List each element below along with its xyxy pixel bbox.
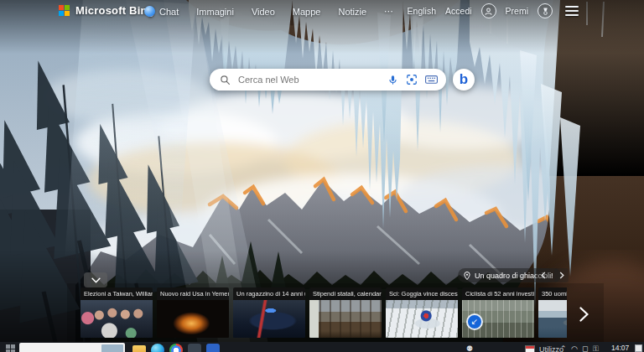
news-carousel: Elezioni a Taiwan, William L... Nuovo ra… [80, 287, 567, 339]
news-card[interactable]: Elezioni a Taiwan, William L... [80, 287, 153, 339]
start-button[interactable] [6, 344, 15, 352]
news-card-title: Ciclista di 52 anni investito ... [462, 287, 534, 300]
road-sign-arrow-icon: ↙ [466, 313, 483, 330]
nav-item-video[interactable]: Video [252, 7, 275, 17]
chevron-left-icon [541, 272, 546, 279]
visual-search-icon[interactable] [406, 74, 418, 85]
nav-item-label: Immagini [196, 7, 234, 17]
more-ellipsis-icon: ⋯ [384, 6, 393, 17]
search-box[interactable] [210, 69, 446, 91]
person-icon [484, 7, 493, 16]
notification-center-icon[interactable] [635, 344, 642, 352]
taskbar-clock[interactable]: 14:07 [611, 344, 629, 352]
news-card-title: Stipendi statali, calendario ... [309, 287, 382, 300]
nav-item-chat[interactable]: Chat [144, 6, 179, 17]
bing-b-button[interactable]: b [453, 69, 475, 91]
previous-image-button[interactable] [536, 268, 550, 282]
taskbar-search-box[interactable]: ⌕ Cerca [19, 343, 125, 352]
microphone-icon[interactable] [387, 75, 398, 85]
hamburger-menu-icon[interactable] [565, 6, 579, 16]
bing-b-icon: b [460, 72, 468, 86]
news-thumbnail [80, 300, 153, 338]
tray-widget[interactable]: Utilizzo [525, 342, 564, 352]
news-thumbnail [233, 300, 305, 338]
news-thumbnail [309, 300, 382, 338]
bing-homepage: Microsoft Bing Chat Immagini Video Mappe… [0, 0, 644, 352]
news-card-title: Sci: Goggia vince discesa A... [386, 287, 458, 300]
header-right-controls: English Accedi Premi [408, 3, 579, 18]
chevron-right-icon [579, 307, 589, 322]
flag-icon [525, 345, 535, 352]
next-image-button[interactable] [554, 268, 569, 282]
news-card-title: Nuovo raid Usa in Yemen, ... [157, 287, 229, 300]
file-explorer-icon[interactable] [132, 345, 146, 352]
news-card[interactable]: Ciclista di 52 anni investito ... ↙ [462, 287, 534, 339]
daily-image-thumbnail[interactable] [101, 344, 123, 352]
edge-browser-icon[interactable] [151, 344, 164, 352]
chevron-down-icon [91, 277, 101, 283]
location-pin-icon [464, 272, 470, 280]
pinned-app-icon[interactable] [206, 344, 220, 352]
nav-item-label: Mappe [293, 7, 321, 17]
medal-icon [541, 7, 550, 16]
news-card[interactable]: Sci: Goggia vince discesa A... [386, 287, 458, 339]
news-card[interactable]: 350 uomin [538, 287, 567, 339]
news-thumbnail [386, 300, 458, 338]
rewards-link[interactable]: Premi [506, 6, 528, 16]
news-card-title: Un ragazzino di 14 anni uc... [233, 287, 305, 300]
collapse-news-button[interactable] [84, 272, 107, 287]
nav-item-label: Notizie [338, 7, 366, 17]
primary-nav: Chat Immagini Video Mappe Notizie ⋯ [144, 6, 393, 17]
language-switch[interactable]: English [408, 6, 436, 16]
news-card-title: Elezioni a Taiwan, William L... [80, 287, 153, 300]
carousel-next-button[interactable] [579, 307, 589, 322]
windows-taskbar: ⌕ Cerca ⚉ Utilizzo ⌃ ◠ ◻ ⚿ 14:07 [0, 342, 644, 352]
search-input[interactable] [236, 74, 387, 85]
nav-item-label: Video [252, 7, 275, 17]
network-icon[interactable]: ◠ [571, 342, 578, 352]
tray-show-hidden-icons[interactable]: ⌃ [560, 342, 567, 352]
pinned-app-icon[interactable] [188, 344, 201, 352]
tray-extra-icon[interactable]: ⚿ [593, 342, 599, 352]
nav-item-notizie[interactable]: Notizie [338, 7, 366, 17]
nav-item-immagini[interactable]: Immagini [196, 7, 234, 17]
news-thumbnail: ↙ [462, 300, 534, 338]
nav-item-mappe[interactable]: Mappe [293, 7, 321, 17]
chevron-right-icon [559, 272, 564, 279]
news-thumbnail [157, 300, 229, 338]
bing-logo-text: Microsoft Bing [75, 4, 154, 17]
tray-people-icon[interactable]: ⚉ [466, 342, 473, 352]
bing-logo[interactable]: Microsoft Bing [59, 4, 154, 17]
news-thumbnail [538, 300, 567, 338]
keyboard-icon[interactable] [425, 75, 438, 85]
search-tools [387, 74, 438, 85]
microsoft-logo-icon [59, 5, 70, 16]
chat-icon [144, 6, 155, 17]
news-card-title: 350 uomin [538, 287, 567, 300]
nav-item-label: Chat [159, 7, 179, 17]
news-card[interactable]: Stipendi statali, calendario ... [309, 287, 382, 339]
nav-item-more[interactable]: ⋯ [384, 6, 393, 17]
volume-icon[interactable]: ◻ [582, 342, 588, 352]
account-avatar[interactable] [481, 3, 496, 18]
search-icon [220, 75, 231, 85]
rewards-badge[interactable] [538, 3, 553, 18]
news-card[interactable]: Nuovo raid Usa in Yemen, ... [157, 287, 229, 339]
search-area: b [210, 69, 475, 91]
chrome-browser-icon[interactable] [169, 344, 183, 352]
news-card[interactable]: Un ragazzino di 14 anni uc... [233, 287, 305, 339]
top-navigation-bar: Microsoft Bing Chat Immagini Video Mappe… [0, 0, 644, 22]
sign-in-link[interactable]: Accedi [445, 6, 472, 16]
